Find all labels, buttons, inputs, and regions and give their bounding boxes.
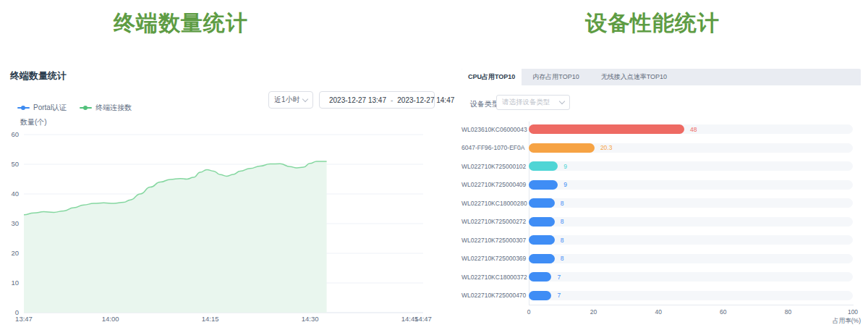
device-name-label: WL022710K725000369 [461, 255, 529, 262]
bar [529, 235, 555, 245]
bar-row: WL022710K7250003078 [461, 231, 861, 250]
y-tick-label: 60 [11, 130, 19, 138]
device-type-label: 设备类型 [470, 99, 499, 109]
bar-chart-x-axis-line [529, 305, 854, 305]
bar-row: WL022710K7250004707 [461, 287, 861, 305]
tab-无线接入点速率TOP10[interactable]: 无线接入点速率TOP10 [590, 69, 678, 85]
y-tick-label: 50 [11, 160, 19, 168]
device-name-label: WL022710K725000272 [461, 218, 529, 225]
device-name-label: WL022710K725000307 [461, 237, 529, 244]
bar [529, 254, 555, 263]
x-tick-label: 14:30 [302, 315, 319, 323]
bar-track: 48 [529, 124, 853, 134]
bar-row: 6047-FF96-1070-EF0A20.3 [461, 139, 861, 158]
x-axis-unit-label: 占用率(%) [810, 317, 861, 326]
terminal-count-chart: 010203040506013:4714:0014:1514:3014:4514… [0, 0, 434, 330]
bar-track: 8 [529, 235, 853, 245]
bar [529, 291, 551, 300]
right-section-title: 设备性能统计 [443, 9, 862, 38]
bar-value-label: 8 [561, 200, 564, 207]
bar-value-label: 20.3 [600, 144, 613, 151]
y-tick-label: 20 [11, 249, 19, 257]
x-tick-label: 40 [644, 308, 673, 316]
cpu-top10-bars: WL023610KC06000043486047-FF96-1070-EF0A2… [461, 120, 861, 305]
x-tick-label: 60 [709, 308, 738, 316]
bar-row: WL023610KC0600004348 [461, 120, 861, 139]
chevron-down-icon [559, 98, 565, 104]
bar-track: 7 [529, 272, 853, 282]
bar-row: WL022710K7250004099 [461, 176, 861, 195]
bar-value-label: 8 [561, 237, 564, 244]
x-tick-label: 13:47 [15, 315, 33, 323]
x-tick-label: 14:00 [102, 315, 119, 323]
bar-value-label: 8 [561, 218, 564, 225]
bar-track: 8 [529, 217, 853, 227]
device-type-placeholder: 请选择设备类型 [502, 98, 550, 107]
bar-value-label: 7 [557, 292, 561, 299]
bar [529, 272, 551, 282]
bar-value-label: 7 [557, 274, 561, 281]
bar-value-label: 9 [563, 181, 567, 188]
area-fill [24, 161, 327, 313]
bar [529, 217, 555, 227]
x-tick-label: 100 [838, 308, 867, 316]
y-tick-label: 40 [11, 190, 19, 198]
tab-内存占用TOP10[interactable]: 内存占用TOP10 [522, 69, 590, 85]
device-name-label: WL022710K725000470 [461, 292, 529, 299]
performance-tabs: CPU占用TOP10内存占用TOP10无线接入点速率TOP10 [461, 69, 861, 85]
tab-CPU占用TOP10[interactable]: CPU占用TOP10 [461, 69, 522, 85]
bar [529, 161, 558, 171]
x-tick-label: 20 [579, 308, 608, 316]
bar-track: 9 [529, 180, 853, 190]
device-name-label: WL022710KC18000372 [461, 274, 529, 281]
x-tick-label: 14:47 [414, 315, 432, 323]
bar [529, 143, 595, 153]
x-tick-label: 0 [514, 308, 543, 316]
bar-row: WL022710KC180003727 [461, 268, 861, 287]
bar-track: 8 [529, 198, 853, 208]
bar-value-label: 48 [690, 126, 697, 133]
bar-row: WL022710K7250001029 [461, 157, 861, 176]
device-name-label: WL022710K725000102 [461, 163, 529, 170]
device-name-label: 6047-FF96-1070-EF0A [461, 144, 529, 151]
bar-value-label: 9 [563, 163, 567, 170]
bar-value-label: 8 [561, 255, 564, 262]
bar [529, 198, 555, 208]
bar-track: 20.3 [529, 143, 853, 153]
y-tick-label: 10 [11, 279, 19, 287]
x-tick-label: 80 [773, 308, 802, 316]
bar-row: WL022710KC180002808 [461, 194, 861, 213]
bar [529, 180, 558, 190]
x-tick-label: 14:15 [202, 315, 219, 323]
device-name-label: WL022710K725000409 [461, 181, 529, 188]
bar-row: WL022710K7250003698 [461, 250, 861, 268]
y-tick-label: 30 [11, 219, 19, 227]
bar-row: WL022710K7250002728 [461, 213, 861, 232]
bar [529, 124, 684, 134]
bar-track: 7 [529, 291, 853, 300]
device-type-select[interactable]: 请选择设备类型 [496, 95, 570, 110]
bar-track: 8 [529, 254, 853, 263]
device-name-label: WL023610KC06000043 [461, 126, 529, 133]
bar-track: 9 [529, 161, 853, 171]
device-name-label: WL022710KC18000280 [461, 200, 529, 207]
dashboard: 终端数量统计 设备性能统计 终端数量统计 近1小时 2023-12-27 13:… [0, 0, 868, 330]
